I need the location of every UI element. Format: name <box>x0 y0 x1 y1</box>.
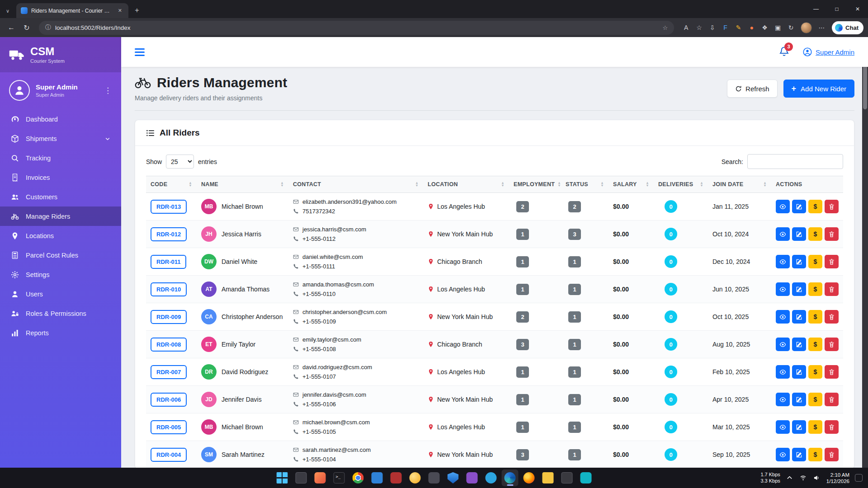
downloads-icon[interactable]: ⇩ <box>706 21 719 34</box>
wifi-icon[interactable] <box>799 474 807 482</box>
salary-button[interactable]: $ <box>808 420 822 434</box>
salary-button[interactable]: $ <box>808 365 822 379</box>
view-button[interactable] <box>776 200 790 213</box>
close-button[interactable]: ✕ <box>847 0 868 18</box>
delete-button[interactable] <box>825 393 839 406</box>
sort-arrows-icon[interactable]: ▲▼ <box>643 182 649 188</box>
column-header-salary[interactable]: SALARY▲▼ <box>609 176 654 193</box>
taskbar-app-telegram[interactable] <box>483 469 500 486</box>
delete-button[interactable] <box>825 420 839 434</box>
add-new-rider-button[interactable]: + Add New Rider <box>783 80 854 98</box>
tray-chevron-up-icon[interactable] <box>786 474 794 482</box>
salary-button[interactable]: $ <box>808 448 822 461</box>
sidebar-item-dashboard[interactable]: Dashboard <box>0 109 121 129</box>
chat-button[interactable]: Chat <box>832 21 863 34</box>
column-header-location[interactable]: LOCATION▲▼ <box>423 176 509 193</box>
sidebar-item-invoices[interactable]: Invoices <box>0 168 121 187</box>
minimize-button[interactable]: — <box>806 0 826 18</box>
collections-icon[interactable]: ▣ <box>771 21 784 34</box>
taskbar-clock[interactable]: 2:10 AM 1/12/2026 <box>826 472 849 484</box>
view-button[interactable] <box>776 338 790 351</box>
browser-tab[interactable]: Riders Management - Courier Serv ✕ <box>16 3 128 18</box>
sidebar-item-tracking[interactable]: Tracking <box>0 148 121 168</box>
edit-button[interactable] <box>792 365 806 379</box>
salary-button[interactable]: $ <box>808 227 822 241</box>
volume-icon[interactable] <box>813 474 821 482</box>
taskbar-app-start[interactable] <box>274 469 291 486</box>
taskbar-app-app-gray[interactable] <box>426 469 443 486</box>
extension-pen-icon[interactable]: ✎ <box>732 21 745 34</box>
column-header-status[interactable]: STATUS▲▼ <box>561 176 609 193</box>
edit-button[interactable] <box>792 227 806 241</box>
delete-button[interactable] <box>825 282 839 296</box>
salary-button[interactable]: $ <box>808 282 822 296</box>
view-button[interactable] <box>776 393 790 406</box>
profile-menu-icon[interactable]: ⋮ <box>104 86 112 95</box>
delete-button[interactable] <box>825 310 839 324</box>
salary-button[interactable]: $ <box>808 310 822 324</box>
search-input[interactable] <box>747 154 843 169</box>
new-tab-button[interactable]: + <box>130 4 144 17</box>
site-info-icon[interactable]: ⓘ <box>45 23 51 32</box>
taskbar-app-app-red[interactable] <box>388 469 405 486</box>
taskbar-app-shield[interactable] <box>445 469 462 486</box>
browser-menu-icon[interactable]: ⋯ <box>815 21 828 34</box>
taskbar-app-visualstudio[interactable] <box>464 469 481 486</box>
admin-account-link[interactable]: Super Admin <box>803 47 854 56</box>
delete-button[interactable] <box>825 227 839 241</box>
column-header-code[interactable]: CODE▲▼ <box>146 176 197 193</box>
column-header-join-date[interactable]: JOIN DATE▲▼ <box>708 176 771 193</box>
sidebar-item-locations[interactable]: Locations <box>0 226 121 245</box>
taskbar-app-monitor[interactable] <box>293 469 310 486</box>
salary-button[interactable]: $ <box>808 255 822 268</box>
taskbar-app-wifi-tool[interactable] <box>578 469 594 486</box>
sort-arrows-icon[interactable]: ▲▼ <box>697 182 703 188</box>
sort-arrows-icon[interactable]: ▲▼ <box>278 182 284 188</box>
sidebar-item-parcel-cost-rules[interactable]: Parcel Cost Rules <box>0 245 121 265</box>
delete-button[interactable] <box>825 255 839 268</box>
hamburger-icon[interactable] <box>135 48 145 56</box>
view-button[interactable] <box>776 227 790 241</box>
edit-button[interactable] <box>792 338 806 351</box>
column-header-name[interactable]: NAME▲▼ <box>197 176 288 193</box>
sort-arrows-icon[interactable]: ▲▼ <box>598 182 604 188</box>
taskbar-app-store[interactable] <box>312 469 329 486</box>
edit-button[interactable] <box>792 200 806 213</box>
maximize-button[interactable]: □ <box>826 0 847 18</box>
delete-button[interactable] <box>825 338 839 351</box>
edit-button[interactable] <box>792 255 806 268</box>
favorite-star-icon[interactable]: ☆ <box>662 24 668 31</box>
sort-arrows-icon[interactable]: ▲▼ <box>555 182 561 188</box>
salary-button[interactable]: $ <box>808 393 822 406</box>
edit-button[interactable] <box>792 393 806 406</box>
sidebar-item-manage-riders[interactable]: Manage Riders <box>0 206 121 226</box>
taskbar-app-app-yellow[interactable] <box>407 469 424 486</box>
sidebar-item-users[interactable]: Users <box>0 284 121 304</box>
taskbar-app-vscode[interactable] <box>369 469 386 486</box>
edit-button[interactable] <box>792 420 806 434</box>
sidebar-item-reports[interactable]: Reports <box>0 323 121 343</box>
view-button[interactable] <box>776 255 790 268</box>
column-header-employment[interactable]: EMPLOYMENT▲▼ <box>509 176 561 193</box>
delete-button[interactable] <box>825 365 839 379</box>
sidebar-item-shipments[interactable]: Shipments <box>0 129 121 148</box>
extension-blue-icon[interactable]: F <box>719 21 732 34</box>
address-bar[interactable]: ⓘ localhost:5002/Riders/Index ☆ <box>39 21 674 35</box>
favorites-icon[interactable]: ☆ <box>693 21 706 34</box>
refresh-button[interactable]: Refresh <box>727 80 778 98</box>
column-header-deliveries[interactable]: DELIVERIES▲▼ <box>654 176 708 193</box>
extensions-puzzle-icon[interactable]: ❖ <box>758 21 771 34</box>
history-icon[interactable]: ↻ <box>784 21 797 34</box>
view-button[interactable] <box>776 448 790 461</box>
salary-button[interactable]: $ <box>808 200 822 213</box>
taskbar-app-notes[interactable] <box>540 469 557 486</box>
sort-arrows-icon[interactable]: ▲▼ <box>412 182 419 188</box>
edit-button[interactable] <box>792 310 806 324</box>
browser-profile-avatar[interactable] <box>801 22 812 33</box>
tab-search-icon[interactable]: ∨ <box>0 4 15 18</box>
taskbar-app-box[interactable] <box>559 469 576 486</box>
taskbar-app-terminal[interactable] <box>331 469 348 486</box>
notification-center-icon[interactable] <box>855 474 863 482</box>
sidebar-item-settings[interactable]: Settings <box>0 265 121 284</box>
sort-arrows-icon[interactable]: ▲▼ <box>186 182 192 188</box>
